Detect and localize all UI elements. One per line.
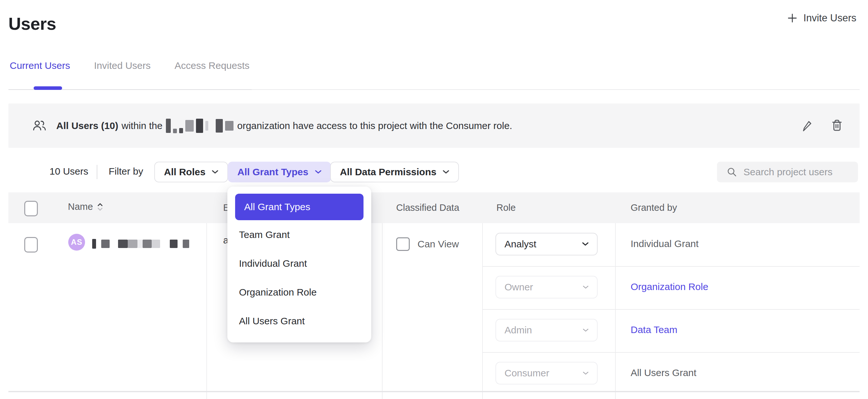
can-view-label: Can View (417, 239, 459, 250)
table-header: Name E Classified Data Role Granted by (8, 192, 860, 223)
all-users-banner: All Users (10) within the organization h… (8, 103, 860, 148)
row-checkbox[interactable] (24, 237, 38, 252)
filter-by-label: Filter by (108, 166, 143, 177)
table-body: AS a Can View Analyst Owner Admin Consum… (8, 223, 860, 399)
delete-grant-button[interactable] (829, 118, 845, 133)
chevron-down-icon (583, 285, 589, 289)
role-select-consumer: Consumer (495, 362, 598, 385)
role-select-label: Consumer (504, 368, 549, 379)
filter-divider (97, 165, 97, 179)
classified-data-column-header: Classified Data (396, 203, 459, 213)
edit-grant-button[interactable] (800, 118, 816, 133)
pencil-icon (801, 119, 815, 133)
all-roles-filter[interactable]: All Roles (154, 162, 228, 182)
avatar: AS (68, 234, 85, 251)
role-column-header: Role (496, 203, 516, 213)
granted-by-column-header: Granted by (631, 203, 677, 213)
dropdown-item-organization-role[interactable]: Organization Role (227, 278, 371, 307)
granted-by-value: Individual Grant (631, 238, 699, 249)
redacted-org-name (166, 118, 234, 133)
granted-by-value: All Users Grant (631, 367, 696, 378)
trash-icon (830, 118, 844, 133)
chevron-down-icon (315, 170, 321, 174)
dropdown-item-team-grant[interactable]: Team Grant (227, 220, 371, 249)
user-count: 10 Users (50, 166, 88, 177)
granted-by-link[interactable]: Data Team (631, 324, 678, 335)
chevron-down-icon (583, 329, 589, 332)
all-data-permissions-label: All Data Permissions (340, 166, 436, 178)
page-title: Users (8, 13, 56, 34)
search-box (717, 162, 858, 182)
search-input[interactable] (743, 166, 854, 178)
tab-invited-users[interactable]: Invited Users (94, 60, 151, 71)
grant-row-divider (482, 352, 860, 353)
granted-by-link[interactable]: Organization Role (631, 281, 708, 292)
filter-row: 10 Users Filter by All Roles All Grant T… (0, 162, 868, 182)
role-select-label: Analyst (504, 239, 536, 250)
role-select-analyst[interactable]: Analyst (495, 233, 598, 255)
role-select-admin: Admin (495, 319, 598, 341)
banner-text-after: organization have access to this project… (237, 120, 512, 131)
column-divider (482, 223, 483, 399)
chevron-down-icon (443, 170, 449, 174)
dropdown-item-individual-grant[interactable]: Individual Grant (227, 249, 371, 278)
name-header-label: Name (68, 202, 93, 212)
plus-icon (787, 13, 798, 23)
invite-users-button[interactable]: Invite Users (785, 8, 858, 28)
sort-icon (97, 203, 103, 212)
chevron-down-icon (583, 371, 589, 375)
banner-text: All Users (10) within the organization h… (56, 118, 512, 133)
can-view-checkbox[interactable] (396, 237, 410, 251)
select-all-checkbox[interactable] (24, 201, 38, 216)
tab-access-requests[interactable]: Access Requests (175, 60, 250, 71)
row-bottom-border (8, 391, 860, 392)
search-icon (717, 167, 737, 177)
banner-bold-text: All Users (10) (56, 120, 118, 131)
banner-actions (800, 118, 845, 133)
grant-types-dropdown-menu: All Grant Types Team Grant Individual Gr… (227, 187, 371, 342)
name-column-header[interactable]: Name (68, 202, 103, 212)
role-select-label: Admin (504, 325, 532, 336)
dropdown-item-all-users-grant[interactable]: All Users Grant (227, 307, 371, 335)
tab-current-users[interactable]: Current Users (10, 60, 70, 71)
grant-row-divider (482, 266, 860, 267)
column-divider (382, 223, 382, 399)
chevron-down-icon (212, 170, 218, 174)
role-select-label: Owner (504, 282, 533, 293)
column-divider (615, 223, 616, 399)
role-select-owner: Owner (495, 276, 598, 299)
all-grant-types-label: All Grant Types (237, 166, 309, 178)
users-group-icon (32, 120, 47, 132)
all-roles-label: All Roles (164, 166, 205, 178)
redacted-user-name (92, 239, 189, 248)
banner-text-before: within the (122, 120, 163, 131)
invite-users-label: Invite Users (803, 12, 856, 24)
all-grant-types-filter[interactable]: All Grant Types (228, 162, 331, 182)
classified-data-cell: Can View (396, 237, 459, 251)
column-divider (206, 223, 207, 399)
all-data-permissions-filter[interactable]: All Data Permissions (330, 162, 459, 182)
grant-row-divider (482, 309, 860, 310)
dropdown-item-all-grant-types-selected[interactable]: All Grant Types (235, 194, 364, 220)
chevron-down-icon (582, 242, 589, 246)
active-tab-indicator (34, 86, 62, 90)
tab-bar: Current Users Invited Users Access Reque… (10, 60, 250, 71)
